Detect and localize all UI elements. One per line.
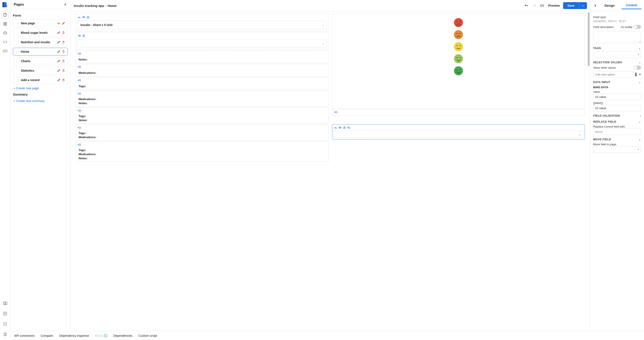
bottom-compare[interactable]: Compare — [41, 334, 53, 338]
lock-icon[interactable] — [343, 126, 346, 129]
create-page-link[interactable]: + Create new page — [13, 86, 68, 91]
page-item-charts[interactable]: ⋮⋮ Charts — [13, 57, 68, 65]
mood-face-sad[interactable] — [454, 30, 463, 39]
mood-face-neutral[interactable] — [454, 42, 463, 51]
drag-handle-icon[interactable]: ⋮⋮ — [15, 22, 20, 25]
bottom-errors[interactable]: Errors✓ — [95, 334, 107, 338]
insert-replace-icon[interactable] — [78, 79, 81, 82]
trash-icon[interactable] — [62, 40, 66, 44]
edit-icon[interactable] — [57, 50, 61, 54]
scrollbar-thumb[interactable] — [588, 12, 590, 66]
selected-field[interactable]: ⌄ — [332, 124, 585, 140]
bottom-dep-inspector[interactable]: Dependency inspector — [59, 334, 89, 338]
section-selection-values[interactable]: SELECTION VALUES⌄ — [593, 61, 641, 64]
tab-content[interactable]: Content — [622, 2, 642, 9]
collapse-pages-icon[interactable] — [64, 3, 67, 6]
rail-docs-icon[interactable] — [2, 300, 9, 307]
save-more-button[interactable]: ⋯ — [579, 2, 587, 9]
page-item-statistics[interactable]: ⋮⋮ Statistics — [13, 67, 68, 74]
trash-icon[interactable] — [62, 50, 66, 54]
section-move-field[interactable]: MOVE FIELD⌄ — [593, 138, 641, 141]
add-option-button[interactable]: ＋ — [638, 72, 642, 76]
edit-icon[interactable] — [57, 69, 61, 72]
edit-icon[interactable] — [57, 40, 61, 44]
breadcrumb-project[interactable]: insulin tracking app — [74, 4, 104, 8]
edit-icon[interactable] — [57, 31, 61, 35]
drag-handle-icon[interactable]: ⋮⋮ — [15, 69, 20, 72]
rail-code-icon[interactable] — [2, 38, 9, 46]
selected-field-select[interactable]: ⌄ — [334, 130, 584, 138]
edit-icon[interactable] — [57, 78, 61, 82]
lock-icon[interactable] — [82, 34, 86, 38]
insert-replace-icon[interactable] — [78, 52, 81, 55]
page-item-home[interactable]: ⋮⋮ Home — [13, 48, 68, 56]
field-desc-textarea[interactable] — [593, 32, 641, 43]
page-item-new-page[interactable]: ⋮⋮ New page — [13, 19, 68, 27]
bind-label-box[interactable]: #2 value — [593, 105, 641, 111]
bottom-dependencies[interactable]: Dependencies — [113, 334, 132, 338]
bottom-custom-script[interactable]: Custom script — [138, 334, 157, 338]
section-replace-field[interactable]: REPLACE FIELD⌄ — [593, 120, 641, 123]
empty-select[interactable]: ⌄ — [78, 39, 327, 48]
code-view-icon[interactable] — [539, 3, 545, 8]
edit-icon[interactable] — [57, 59, 61, 63]
mood-face-very-happy[interactable] — [454, 66, 463, 75]
lock-icon[interactable] — [86, 16, 90, 19]
trash-icon[interactable] — [62, 31, 66, 35]
insert-replace-icon[interactable] — [334, 110, 338, 114]
undo-icon[interactable] — [524, 3, 529, 8]
insert-replace-icon[interactable] — [347, 126, 350, 129]
rail-pages-icon[interactable] — [2, 11, 9, 18]
replace-field-select[interactable]: Mood: — [593, 129, 641, 135]
signature-icon[interactable] — [78, 16, 81, 19]
drag-handle-icon[interactable]: ⋮⋮ — [15, 50, 20, 53]
insert-replace-icon[interactable] — [78, 143, 81, 146]
section-field-validation[interactable]: FIELD VALIDATION‹ — [593, 114, 641, 117]
section-data-input[interactable]: DATA INPUT⌄ — [593, 81, 641, 84]
allow-other-toggle[interactable] — [634, 66, 641, 70]
tab-design[interactable]: Design — [600, 2, 620, 9]
hidden-icon[interactable] — [82, 16, 86, 19]
as-tooltip-toggle[interactable] — [634, 25, 641, 29]
mood-face-happy[interactable] — [454, 54, 463, 63]
drag-handle-icon[interactable]: ⋮⋮ — [15, 41, 20, 44]
rail-api-icon[interactable]: API — [2, 47, 9, 55]
drag-handle-icon[interactable]: ⋮⋮ — [15, 31, 20, 34]
rail-account-icon[interactable] — [2, 330, 9, 338]
page-item-blood-sugar[interactable]: ⋮⋮ Blood sugar levels — [13, 29, 68, 36]
rail-upload-icon[interactable] — [2, 310, 9, 317]
create-summary-link[interactable]: + Create new summary — [13, 98, 68, 104]
insert-replace-icon[interactable] — [78, 126, 81, 129]
bind-value-box[interactable]: #2 value — [593, 94, 641, 100]
tags-select[interactable]: ▾ — [593, 52, 641, 58]
trash-icon[interactable] — [62, 78, 66, 82]
insert-replace-icon[interactable] — [78, 109, 81, 112]
trash-icon[interactable] — [62, 69, 66, 72]
insert-replace-icon[interactable] — [78, 66, 81, 68]
mood-face-very-sad[interactable] — [454, 18, 463, 27]
redo-icon[interactable] — [532, 3, 537, 8]
insulin-select[interactable]: Insulin - Short x 5 Unit ⌄ — [78, 21, 327, 29]
help-icon[interactable]: ? — [635, 72, 637, 76]
bottom-api-connectors[interactable]: API connectors — [14, 334, 35, 338]
page-item-add-record[interactable]: ⋮⋮ Add a record — [13, 76, 68, 84]
insert-replace-icon[interactable] — [78, 92, 81, 95]
add-option-input[interactable] — [593, 71, 634, 78]
rail-components-icon[interactable] — [2, 20, 9, 28]
drag-handle-icon[interactable]: ⋮⋮ — [15, 60, 20, 62]
trash-icon[interactable] — [62, 59, 66, 63]
rail-automation-icon[interactable] — [2, 29, 9, 36]
preview-button[interactable]: Preview — [547, 4, 561, 7]
rail-apps-icon[interactable] — [2, 320, 9, 328]
move-field-select[interactable]: ▾ — [593, 146, 641, 153]
canvas[interactable]: Insulin - Short x 5 Unit ⌄ ⌄ — [70, 12, 590, 340]
section-tags[interactable]: TAGS⌄ — [593, 47, 641, 50]
hidden-icon[interactable] — [338, 126, 342, 129]
signature-icon[interactable] — [334, 126, 338, 129]
edit-icon[interactable] — [62, 21, 66, 25]
collapse-right-icon[interactable] — [593, 3, 598, 8]
drag-handle-icon[interactable]: ⋮⋮ — [15, 78, 20, 82]
hidden-icon[interactable] — [78, 34, 81, 38]
page-item-nutrition[interactable]: ⋮⋮ Nutrition and insulin — [13, 38, 68, 46]
save-button[interactable]: Save — [563, 2, 579, 9]
